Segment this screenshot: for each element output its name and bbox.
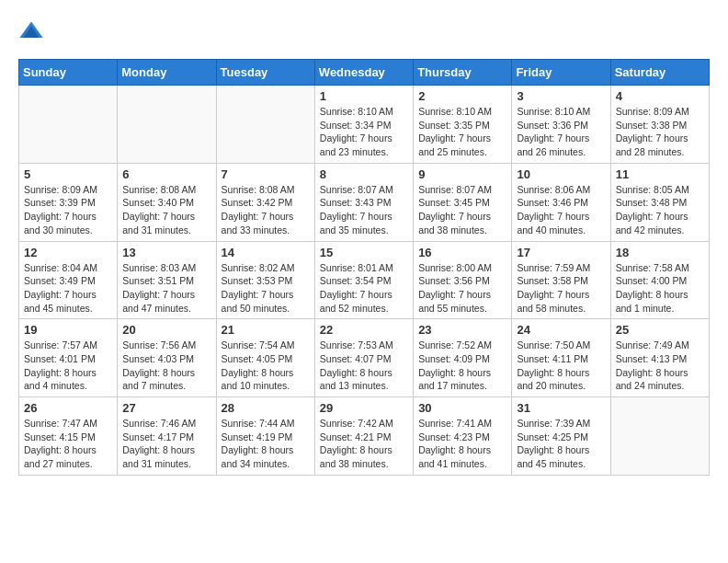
calendar-cell-w4d6 — [610, 397, 709, 476]
day-info: Sunrise: 8:07 AM Sunset: 3:45 PM Dayligh… — [418, 183, 506, 237]
day-number: 8 — [320, 167, 408, 181]
day-number: 23 — [418, 323, 506, 337]
calendar-cell-w4d1: 27Sunrise: 7:46 AM Sunset: 4:17 PM Dayli… — [118, 397, 216, 476]
calendar-header-row: SundayMondayTuesdayWednesdayThursdayFrid… — [19, 60, 710, 86]
day-number: 14 — [222, 246, 310, 259]
day-info: Sunrise: 7:47 AM Sunset: 4:15 PM Dayligh… — [24, 417, 112, 471]
day-number: 27 — [122, 401, 210, 415]
calendar-cell-w0d2 — [216, 86, 314, 164]
calendar-cell-w1d1: 6Sunrise: 8:08 AM Sunset: 3:40 PM Daylig… — [118, 163, 216, 241]
day-info: Sunrise: 7:59 AM Sunset: 3:58 PM Dayligh… — [517, 261, 605, 316]
calendar-cell-w3d5: 24Sunrise: 7:50 AM Sunset: 4:11 PM Dayli… — [512, 319, 610, 397]
calendar-cell-w0d0 — [19, 86, 118, 164]
header-thursday: Thursday — [414, 60, 512, 86]
day-info: Sunrise: 8:10 AM Sunset: 3:34 PM Dayligh… — [320, 105, 408, 159]
day-number: 28 — [222, 401, 310, 415]
day-number: 3 — [517, 89, 605, 103]
day-number: 20 — [122, 323, 210, 337]
header-wednesday: Wednesday — [314, 60, 413, 86]
day-number: 19 — [24, 323, 112, 337]
day-info: Sunrise: 7:50 AM Sunset: 4:11 PM Dayligh… — [517, 339, 605, 393]
logo — [18, 18, 48, 44]
calendar-week-2: 12Sunrise: 8:04 AM Sunset: 3:49 PM Dayli… — [19, 241, 710, 319]
day-info: Sunrise: 7:44 AM Sunset: 4:19 PM Dayligh… — [222, 417, 310, 471]
calendar-cell-w0d6: 4Sunrise: 8:09 AM Sunset: 3:38 PM Daylig… — [610, 86, 709, 164]
day-number: 10 — [517, 167, 605, 181]
calendar-cell-w2d0: 12Sunrise: 8:04 AM Sunset: 3:49 PM Dayli… — [19, 241, 118, 319]
header-monday: Monday — [118, 60, 216, 86]
logo-icon — [18, 18, 44, 44]
calendar-cell-w3d0: 19Sunrise: 7:57 AM Sunset: 4:01 PM Dayli… — [19, 319, 118, 397]
day-info: Sunrise: 7:46 AM Sunset: 4:17 PM Dayligh… — [122, 417, 210, 471]
day-number: 22 — [320, 323, 408, 337]
calendar-cell-w4d0: 26Sunrise: 7:47 AM Sunset: 4:15 PM Dayli… — [19, 397, 118, 476]
day-number: 4 — [616, 89, 704, 103]
day-info: Sunrise: 7:58 AM Sunset: 4:00 PM Dayligh… — [616, 261, 704, 316]
day-info: Sunrise: 7:52 AM Sunset: 4:09 PM Dayligh… — [418, 339, 506, 393]
calendar-cell-w2d2: 14Sunrise: 8:02 AM Sunset: 3:53 PM Dayli… — [216, 241, 314, 319]
day-number: 25 — [616, 323, 704, 337]
calendar-cell-w4d3: 29Sunrise: 7:42 AM Sunset: 4:21 PM Dayli… — [314, 397, 413, 476]
calendar-cell-w1d6: 11Sunrise: 8:05 AM Sunset: 3:48 PM Dayli… — [610, 163, 709, 241]
day-info: Sunrise: 7:54 AM Sunset: 4:05 PM Dayligh… — [222, 339, 310, 393]
calendar-cell-w1d0: 5Sunrise: 8:09 AM Sunset: 3:39 PM Daylig… — [19, 163, 118, 241]
day-info: Sunrise: 7:41 AM Sunset: 4:23 PM Dayligh… — [418, 417, 506, 471]
day-number: 9 — [418, 167, 506, 181]
day-info: Sunrise: 8:09 AM Sunset: 3:38 PM Dayligh… — [616, 105, 704, 159]
day-number: 12 — [24, 246, 112, 259]
calendar-cell-w1d3: 8Sunrise: 8:07 AM Sunset: 3:43 PM Daylig… — [314, 163, 413, 241]
day-info: Sunrise: 8:02 AM Sunset: 3:53 PM Dayligh… — [222, 261, 310, 316]
calendar-cell-w2d6: 18Sunrise: 7:58 AM Sunset: 4:00 PM Dayli… — [610, 241, 709, 319]
day-number: 24 — [517, 323, 605, 337]
day-info: Sunrise: 8:08 AM Sunset: 3:42 PM Dayligh… — [222, 183, 310, 237]
day-number: 16 — [418, 246, 506, 259]
day-info: Sunrise: 8:03 AM Sunset: 3:51 PM Dayligh… — [122, 261, 210, 316]
day-info: Sunrise: 7:57 AM Sunset: 4:01 PM Dayligh… — [24, 339, 112, 393]
day-info: Sunrise: 8:08 AM Sunset: 3:40 PM Dayligh… — [122, 183, 210, 237]
calendar-week-3: 19Sunrise: 7:57 AM Sunset: 4:01 PM Dayli… — [19, 319, 710, 397]
calendar-cell-w3d1: 20Sunrise: 7:56 AM Sunset: 4:03 PM Dayli… — [118, 319, 216, 397]
calendar-cell-w2d1: 13Sunrise: 8:03 AM Sunset: 3:51 PM Dayli… — [118, 241, 216, 319]
day-number: 11 — [616, 167, 704, 181]
calendar-cell-w0d1 — [118, 86, 216, 164]
day-info: Sunrise: 8:06 AM Sunset: 3:46 PM Dayligh… — [517, 183, 605, 237]
day-number: 31 — [517, 401, 605, 415]
calendar-cell-w2d4: 16Sunrise: 8:00 AM Sunset: 3:56 PM Dayli… — [414, 241, 512, 319]
day-info: Sunrise: 8:07 AM Sunset: 3:43 PM Dayligh… — [320, 183, 408, 237]
day-number: 26 — [24, 401, 112, 415]
calendar-cell-w3d2: 21Sunrise: 7:54 AM Sunset: 4:05 PM Dayli… — [216, 319, 314, 397]
calendar-cell-w4d4: 30Sunrise: 7:41 AM Sunset: 4:23 PM Dayli… — [414, 397, 512, 476]
day-info: Sunrise: 8:10 AM Sunset: 3:35 PM Dayligh… — [418, 105, 506, 159]
calendar-cell-w1d4: 9Sunrise: 8:07 AM Sunset: 3:45 PM Daylig… — [414, 163, 512, 241]
day-info: Sunrise: 7:56 AM Sunset: 4:03 PM Dayligh… — [122, 339, 210, 393]
calendar-cell-w0d4: 2Sunrise: 8:10 AM Sunset: 3:35 PM Daylig… — [414, 86, 512, 164]
calendar-cell-w2d5: 17Sunrise: 7:59 AM Sunset: 3:58 PM Dayli… — [512, 241, 610, 319]
day-info: Sunrise: 7:42 AM Sunset: 4:21 PM Dayligh… — [320, 417, 408, 471]
day-number: 29 — [320, 401, 408, 415]
calendar-cell-w3d3: 22Sunrise: 7:53 AM Sunset: 4:07 PM Dayli… — [314, 319, 413, 397]
day-info: Sunrise: 8:00 AM Sunset: 3:56 PM Dayligh… — [418, 261, 506, 316]
day-info: Sunrise: 8:01 AM Sunset: 3:54 PM Dayligh… — [320, 261, 408, 316]
calendar-cell-w3d4: 23Sunrise: 7:52 AM Sunset: 4:09 PM Dayli… — [414, 319, 512, 397]
calendar-cell-w1d5: 10Sunrise: 8:06 AM Sunset: 3:46 PM Dayli… — [512, 163, 610, 241]
calendar-cell-w4d2: 28Sunrise: 7:44 AM Sunset: 4:19 PM Dayli… — [216, 397, 314, 476]
day-number: 6 — [122, 167, 210, 181]
day-info: Sunrise: 7:39 AM Sunset: 4:25 PM Dayligh… — [517, 417, 605, 471]
header-friday: Friday — [512, 60, 610, 86]
calendar-cell-w0d3: 1Sunrise: 8:10 AM Sunset: 3:34 PM Daylig… — [314, 86, 413, 164]
day-info: Sunrise: 8:04 AM Sunset: 3:49 PM Dayligh… — [24, 261, 112, 316]
header-tuesday: Tuesday — [216, 60, 314, 86]
day-number: 21 — [222, 323, 310, 337]
calendar-cell-w1d2: 7Sunrise: 8:08 AM Sunset: 3:42 PM Daylig… — [216, 163, 314, 241]
day-number: 13 — [122, 246, 210, 259]
header-sunday: Sunday — [19, 60, 118, 86]
day-info: Sunrise: 8:05 AM Sunset: 3:48 PM Dayligh… — [616, 183, 704, 237]
page-header — [18, 18, 710, 44]
calendar-week-0: 1Sunrise: 8:10 AM Sunset: 3:34 PM Daylig… — [19, 86, 710, 164]
calendar-table: SundayMondayTuesdayWednesdayThursdayFrid… — [18, 59, 710, 476]
calendar-cell-w3d6: 25Sunrise: 7:49 AM Sunset: 4:13 PM Dayli… — [610, 319, 709, 397]
day-info: Sunrise: 7:53 AM Sunset: 4:07 PM Dayligh… — [320, 339, 408, 393]
calendar-cell-w2d3: 15Sunrise: 8:01 AM Sunset: 3:54 PM Dayli… — [314, 241, 413, 319]
calendar-cell-w0d5: 3Sunrise: 8:10 AM Sunset: 3:36 PM Daylig… — [512, 86, 610, 164]
day-info: Sunrise: 8:10 AM Sunset: 3:36 PM Dayligh… — [517, 105, 605, 159]
